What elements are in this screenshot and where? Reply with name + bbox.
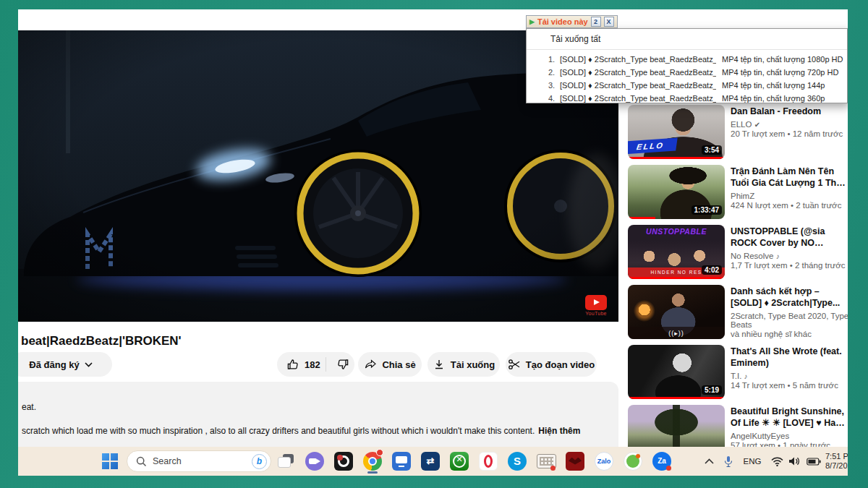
channel-name[interactable]: PhimZ [731, 192, 848, 200]
video-info: Danh sách kết hợp – [SOLD] ♦ 2Scratch|Ty… [731, 286, 848, 338]
thumbnail-title-text: UNSTOPPABLE [628, 227, 725, 236]
download-button[interactable]: Tải xuống [427, 352, 500, 377]
video-thumbnail[interactable]: 5:19 [628, 345, 725, 399]
browser-window: YouTube beat|RaedzBeatz|'BROKEN' Đã đăng… [18, 9, 848, 476]
microphone-icon[interactable] [721, 447, 736, 476]
thumbnail-banner: ELLO [628, 138, 678, 155]
option-number: 4. [548, 94, 560, 103]
create-clip-button[interactable]: Tạo đoạn video [506, 352, 597, 377]
download-helper-panel: Tải xuống tất 1. [SOLD] ♦ 2Scratch_Type … [526, 28, 848, 103]
youtube-watermark[interactable]: YouTube [584, 295, 608, 316]
zalo-icon[interactable]: Zalo [594, 450, 614, 471]
related-video-row[interactable]: ELLO 3:54 Dan Balan - Freedom ELLO ✔ 20 … [628, 105, 848, 165]
option-quality: MP4 tệp tin, chất lượng 360p [722, 94, 825, 103]
zalo-call-icon[interactable]: Za [652, 450, 672, 471]
divider [326, 357, 326, 372]
remote-desktop-icon[interactable] [391, 450, 412, 471]
search-icon [136, 456, 147, 467]
related-video-title[interactable]: Dan Balan - Freedom [731, 106, 848, 117]
taskbar-search-input[interactable]: Search b [127, 450, 271, 472]
video-info: Dan Balan - Freedom ELLO ✔ 20 Tr lượt xe… [731, 106, 848, 138]
task-view-icon[interactable] [276, 450, 296, 471]
video-thumbnail[interactable]: ELLO 3:54 [628, 105, 725, 159]
share-button[interactable]: Chia sẻ [358, 352, 422, 377]
option-quality: MP4 tệp tin, chất lượng 144p [722, 81, 825, 90]
download-all-link[interactable]: Tải xuống tất [550, 34, 600, 44]
thumb-up-icon [286, 358, 299, 371]
start-button-icon[interactable] [102, 453, 118, 469]
description-line: eat. [22, 402, 36, 412]
red-app-icon[interactable] [565, 450, 585, 471]
related-video-title[interactable]: UNSTOPPABLE (@sia ROCK Cover by NO RESOL… [731, 226, 848, 249]
channel-name[interactable]: AngelKuttyEyes [731, 432, 848, 440]
channel-name[interactable]: No Resolve ♪ [731, 252, 848, 260]
video-info: UNSTOPPABLE (@sia ROCK Cover by NO RESOL… [731, 226, 848, 270]
related-videos-list: ELLO 3:54 Dan Balan - Freedom ELLO ✔ 20 … [628, 105, 848, 465]
option-quality: MP4 tệp tin, chất lượng 720p HD [722, 68, 838, 77]
video-thumbnail[interactable]: UNSTOPPABLE HINDER NO RES 4:02 [628, 225, 725, 279]
channel-name[interactable]: T.I. ♪ [731, 372, 848, 380]
teamviewer-icon[interactable]: ⇄ [420, 450, 441, 471]
show-more-link[interactable]: Hiện thêm [538, 426, 580, 436]
skype-icon[interactable]: S [507, 450, 527, 471]
download-option[interactable]: 3. [SOLD] ♦ 2Scratch_Type beat_RaedzBeat… [527, 79, 847, 92]
description-line: scratch which load me with so much inspi… [22, 426, 611, 436]
battery-icon[interactable] [805, 447, 822, 476]
option-number: 3. [548, 81, 560, 90]
option-number: 2. [548, 68, 560, 77]
tab-count-button[interactable]: 2 [591, 17, 601, 27]
channel-badge-icon: ♪ [744, 372, 748, 380]
related-video-title[interactable]: Trận Đánh Làm Nên Tên Tuổi Gia Cát Lượng… [731, 166, 848, 189]
xbox-icon[interactable] [449, 450, 469, 471]
download-option[interactable]: 1. [SOLD] ♦ 2Scratch_Type beat_RaedzBeat… [527, 53, 847, 66]
tab-close-button[interactable]: X [604, 17, 614, 27]
channel-name[interactable]: ELLO ✔ [731, 120, 848, 129]
download-option[interactable]: 2. [SOLD] ♦ 2Scratch_Type beat_RaedzBeat… [527, 66, 847, 79]
download-helper-tab[interactable]: ▶ Tải video này 2 X [526, 15, 618, 28]
channel-badge-icon: ♪ [776, 252, 780, 260]
chevron-down-icon [85, 362, 93, 367]
option-filename: [SOLD] ♦ 2Scratch_Type beat_RaedzBeatz_'… [560, 94, 716, 103]
language-indicator[interactable]: ENG [741, 447, 763, 476]
chat-app-icon[interactable] [305, 450, 325, 471]
video-thumbnail[interactable]: ((▸)) [628, 285, 725, 339]
related-video-row[interactable]: UNSTOPPABLE HINDER NO RES 4:02 UNSTOPPAB… [628, 225, 848, 285]
pinned-apps: ⇄ S Zalo Za [276, 450, 672, 471]
chrome-icon[interactable] [362, 450, 383, 471]
action-bar: Đã đăng ký 182 Chia sẻ Tải xuống [18, 352, 622, 380]
related-video-row[interactable]: 1:33:47 Trận Đánh Làm Nên Tên Tuổi Gia C… [628, 165, 848, 225]
video-info: Trận Đánh Làm Nên Tên Tuổi Gia Cát Lượng… [731, 166, 848, 210]
taskbar-clock[interactable]: 7:51 PM 8/7/2023 [825, 452, 848, 471]
speaker-icon[interactable] [786, 447, 802, 476]
related-video-row[interactable]: 5:19 That's All She Wrote (feat. Eminem)… [628, 345, 848, 405]
related-video-title[interactable]: That's All She Wrote (feat. Eminem) [731, 346, 848, 369]
tray-expand-chevron-icon[interactable] [701, 447, 717, 476]
channel-name[interactable]: 2Scratch, Type Beat 2020, Type Beats [731, 312, 848, 329]
download-icon [433, 358, 446, 371]
related-video-title[interactable]: Beautiful Bright Sunshine, Of Life ☀ ☀ [… [731, 406, 848, 429]
obs-icon[interactable] [333, 450, 354, 471]
video-meta: 424 N lượt xem • 2 tuần trước [731, 201, 848, 210]
clock-date: 8/7/2023 [825, 461, 848, 471]
video-thumbnail[interactable]: 1:33:47 [628, 165, 725, 219]
play-icon: ▶ [529, 18, 535, 25]
opera-icon[interactable] [478, 450, 498, 471]
ime-keyboard-icon[interactable] [536, 450, 556, 471]
ime-badge [550, 466, 556, 471]
clock-time: 7:51 PM [825, 452, 848, 461]
video-meta: 20 Tr lượt xem • 12 năm trước [731, 129, 848, 138]
dislike-button[interactable] [331, 358, 354, 371]
related-video-title[interactable]: Danh sách kết hợp – [SOLD] ♦ 2Scratch|Ty… [731, 286, 848, 309]
like-dislike-group: 182 [277, 352, 354, 377]
related-video-row[interactable]: ((▸)) Danh sách kết hợp – [SOLD] ♦ 2Scra… [628, 285, 848, 345]
like-button[interactable]: 182 [277, 358, 320, 371]
wifi-icon[interactable] [769, 447, 785, 476]
download-option[interactable]: 4. [SOLD] ♦ 2Scratch_Type beat_RaedzBeat… [527, 92, 847, 105]
watch-progress-bar [628, 217, 655, 219]
bing-icon[interactable]: b [252, 454, 267, 469]
coccoc-icon[interactable] [623, 450, 643, 471]
subscribed-button[interactable]: Đã đăng ký [18, 352, 112, 377]
watch-progress-bar [628, 397, 725, 399]
video-info: That's All She Wrote (feat. Eminem) T.I.… [731, 346, 848, 390]
video-meta: và nhiều nghệ sĩ khác [731, 330, 848, 338]
